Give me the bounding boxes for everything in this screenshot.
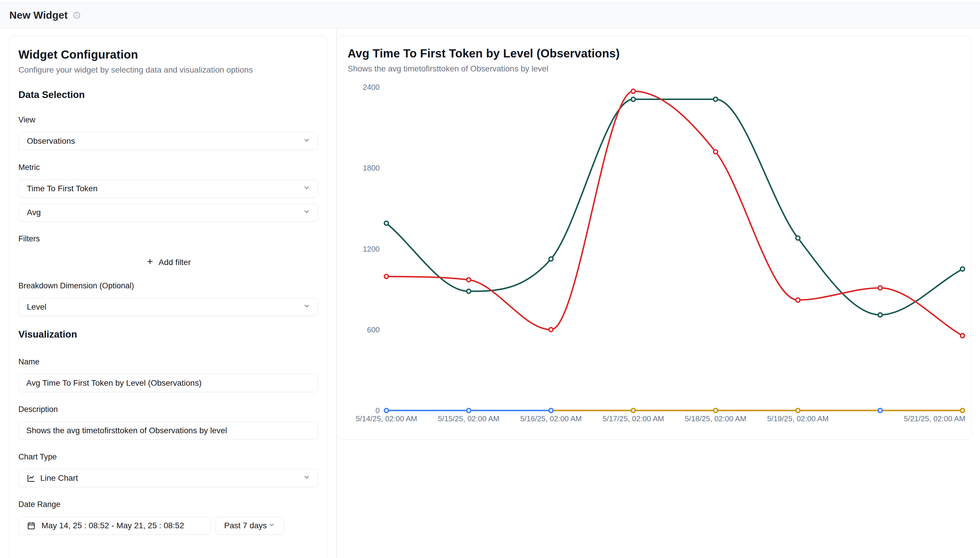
line-series-red [386, 91, 962, 336]
data-point-teal [467, 289, 471, 293]
date-range-button[interactable]: May 14, 25 : 08:52 - May 21, 25 : 08:52 [18, 517, 211, 535]
chevron-down-icon [303, 473, 311, 483]
description-label: Description [18, 405, 318, 414]
date-range-value: May 14, 25 : 08:52 - May 21, 25 : 08:52 [41, 521, 184, 530]
line-chart-icon [27, 474, 36, 483]
chart-type-value: Line Chart [40, 473, 78, 483]
section-visualization: Visualization [18, 329, 318, 340]
metric-select[interactable]: Time To First Token [18, 180, 318, 198]
data-point-orange [631, 409, 635, 412]
x-axis-tick-label: 5/18/25, 02:00 AM [685, 414, 746, 423]
page-header: New Widget [0, 2, 980, 29]
x-axis-tick-label: 5/16/25, 02:00 AM [520, 414, 581, 423]
data-point-blue [384, 409, 389, 412]
data-point-teal [713, 97, 718, 102]
data-point-teal [878, 313, 882, 317]
date-range-field: Date Range May 14, 25 : 08:52 - May 21, … [18, 500, 318, 535]
data-point-blue [878, 409, 882, 412]
metric-label: Metric [18, 163, 318, 172]
chevron-down-icon [303, 302, 311, 312]
data-point-red [384, 274, 389, 278]
chevron-down-icon [268, 521, 275, 530]
chevron-down-icon [303, 136, 311, 146]
chart-preview-card: Avg Time To First Token by Level (Observ… [336, 36, 972, 440]
chart-type-field: Chart Type Line Chart [18, 453, 318, 487]
y-axis-tick-label: 2400 [363, 83, 380, 92]
data-point-orange [713, 409, 718, 412]
chevron-down-icon [303, 208, 311, 218]
metric-field: Metric Time To First Token Avg [18, 163, 318, 222]
plus-icon [146, 257, 154, 268]
description-input[interactable] [18, 422, 318, 440]
view-label: View [18, 115, 318, 125]
x-axis-tick-label: 5/17/25, 02:00 AM [602, 414, 664, 423]
view-select[interactable]: Observations [18, 132, 318, 150]
x-axis-tick-label: 5/15/25, 02:00 AM [438, 414, 499, 423]
date-preset-select[interactable]: Past 7 days [216, 517, 284, 535]
date-range-label: Date Range [18, 500, 318, 509]
add-filter-button[interactable]: Add filter [18, 254, 318, 271]
data-point-red [549, 328, 553, 332]
x-axis-tick-label: 5/14/25, 02:00 AM [356, 414, 417, 423]
y-axis-tick-label: 1200 [363, 245, 380, 253]
aggregation-select[interactable]: Avg [18, 204, 318, 222]
data-point-red [878, 286, 882, 290]
aggregation-select-value: Avg [27, 208, 41, 217]
y-axis-tick-label: 0 [376, 406, 380, 415]
data-point-teal [631, 97, 635, 102]
line-series-teal [386, 99, 962, 315]
data-point-teal [549, 257, 553, 261]
breakdown-field: Breakdown Dimension (Optional) Level [18, 281, 318, 316]
data-point-red [631, 89, 635, 93]
y-axis-tick-label: 600 [367, 325, 380, 334]
chart-type-label: Chart Type [18, 453, 318, 461]
breakdown-select-value: Level [27, 302, 46, 312]
data-point-teal [960, 267, 965, 271]
data-point-orange [960, 409, 965, 412]
name-label: Name [18, 358, 318, 366]
metric-select-value: Time To First Token [27, 184, 97, 193]
add-filter-label: Add filter [158, 258, 191, 267]
data-point-teal [384, 221, 389, 225]
chart-type-select[interactable]: Line Chart [18, 469, 318, 487]
section-data-selection: Data Selection [18, 89, 318, 100]
view-field: View Observations [18, 115, 318, 150]
data-point-red [796, 298, 800, 302]
line-chart-svg: 06001200180024005/14/25, 02:00 AM5/15/25… [337, 36, 972, 440]
y-axis-tick-label: 1800 [363, 164, 380, 172]
data-point-red [713, 150, 718, 154]
line-chart: 06001200180024005/14/25, 02:00 AM5/15/25… [337, 36, 972, 440]
x-axis-tick-label: 5/21/25, 02:00 AM [904, 414, 965, 423]
data-point-orange [796, 409, 800, 412]
data-point-blue [467, 409, 471, 412]
data-point-blue [549, 409, 553, 412]
name-field: Name [18, 358, 318, 392]
info-icon[interactable] [73, 11, 81, 19]
page-title: New Widget [9, 9, 68, 21]
view-select-value: Observations [27, 136, 75, 146]
config-subtitle: Configure your widget by selecting data … [18, 65, 318, 75]
chevron-down-icon [303, 184, 311, 194]
data-point-teal [796, 236, 800, 240]
filters-field: Filters Add filter [18, 235, 318, 271]
x-axis-tick-label: 5/19/25, 02:00 AM [767, 414, 828, 423]
data-point-red [960, 334, 965, 338]
widget-configuration-card: Widget Configuration Configure your widg… [9, 36, 328, 558]
calendar-icon [27, 521, 36, 530]
filters-label: Filters [18, 235, 318, 243]
name-input[interactable] [18, 374, 318, 392]
description-field: Description [18, 405, 318, 440]
breakdown-label: Breakdown Dimension (Optional) [18, 281, 318, 290]
date-preset-value: Past 7 days [224, 521, 267, 530]
data-point-red [467, 278, 471, 282]
config-title: Widget Configuration [18, 48, 318, 61]
breakdown-select[interactable]: Level [18, 298, 318, 316]
